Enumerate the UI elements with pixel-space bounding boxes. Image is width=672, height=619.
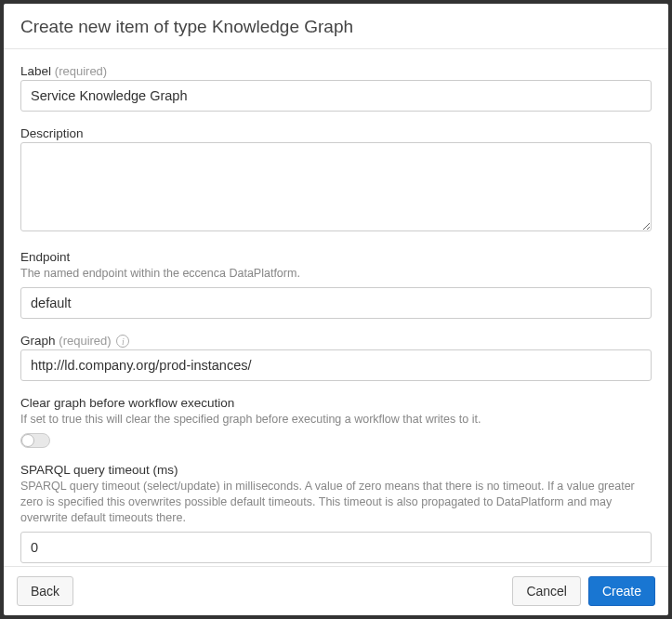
graph-input[interactable]	[20, 349, 652, 381]
create-button[interactable]: Create	[588, 576, 655, 606]
graph-required-text: (required)	[59, 334, 111, 348]
timeout-label-text: SPARQL query timeout (ms)	[20, 463, 652, 477]
field-clear-graph: Clear graph before workflow execution If…	[20, 396, 652, 448]
clear-graph-label-text: Clear graph before workflow execution	[20, 396, 652, 410]
create-item-dialog: Create new item of type Knowledge Graph …	[4, 4, 668, 615]
graph-label-text: Graph	[20, 334, 56, 348]
field-label: Label (required)	[20, 64, 652, 112]
info-icon[interactable]: i	[116, 335, 129, 348]
field-graph: Graph (required) i	[20, 334, 652, 381]
timeout-input[interactable]	[20, 532, 652, 563]
description-textarea[interactable]	[20, 142, 652, 231]
description-label-text: Description	[20, 126, 652, 140]
back-button[interactable]: Back	[17, 576, 73, 606]
dialog-title: Create new item of type Knowledge Graph	[20, 17, 652, 37]
field-timeout: SPARQL query timeout (ms) SPARQL query t…	[20, 463, 652, 563]
label-label-text: Label	[20, 64, 51, 78]
endpoint-input[interactable]	[20, 287, 652, 319]
cancel-button[interactable]: Cancel	[512, 576, 581, 606]
field-description: Description	[20, 126, 652, 235]
dialog-header: Create new item of type Knowledge Graph	[4, 4, 668, 49]
toggle-knob	[21, 434, 34, 447]
endpoint-label-text: Endpoint	[20, 250, 652, 264]
dialog-body[interactable]: Label (required) Description Endpoint Th…	[4, 49, 668, 566]
label-required-text: (required)	[55, 64, 107, 78]
clear-graph-help-text: If set to true this will clear the speci…	[20, 412, 652, 428]
field-endpoint: Endpoint The named endpoint within the e…	[20, 250, 652, 319]
endpoint-help-text: The named endpoint within the eccenca Da…	[20, 266, 652, 282]
timeout-help-text: SPARQL query timeout (select/update) in …	[20, 479, 652, 526]
label-input[interactable]	[20, 80, 652, 112]
clear-graph-toggle[interactable]	[20, 433, 50, 448]
dialog-footer: Back Cancel Create	[4, 566, 668, 615]
